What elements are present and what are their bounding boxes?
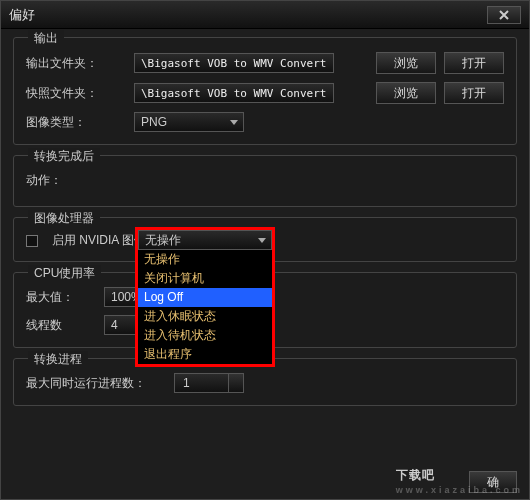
snapshot-open-button[interactable]: 打开 xyxy=(444,82,504,104)
action-option-exit[interactable]: 退出程序 xyxy=(138,345,272,364)
image-type-select[interactable]: PNG xyxy=(134,112,244,132)
close-button[interactable] xyxy=(487,6,521,24)
group-title-progress: 转换进程 xyxy=(28,351,88,368)
group-output: 输出 输出文件夹： 浏览 打开 快照文件夹： 浏览 打开 图像类型： PNG xyxy=(13,37,517,145)
group-title-after-convert: 转换完成后 xyxy=(28,148,100,165)
group-after-convert: 转换完成后 动作： xyxy=(13,155,517,207)
group-title-output: 输出 xyxy=(28,30,64,47)
output-open-button[interactable]: 打开 xyxy=(444,52,504,74)
group-title-cpu: CPU使用率 xyxy=(28,265,101,282)
action-options-list: 无操作 关闭计算机 Log Off 进入休眠状态 进入待机状态 退出程序 xyxy=(138,250,272,364)
action-label: 动作： xyxy=(26,172,126,189)
action-option-logoff[interactable]: Log Off xyxy=(138,288,272,307)
action-select-head[interactable]: 无操作 xyxy=(138,230,272,250)
action-option-hibernate[interactable]: 进入休眠状态 xyxy=(138,307,272,326)
max-concurrent-spinner[interactable]: 1 xyxy=(174,373,244,393)
chevron-up-icon xyxy=(233,377,239,381)
window-title: 偏好 xyxy=(9,6,487,24)
footer: 确 xyxy=(469,471,517,493)
snapshot-folder-input[interactable] xyxy=(134,83,334,103)
cpu-threads-label: 线程数 xyxy=(26,317,96,334)
snapshot-browse-button[interactable]: 浏览 xyxy=(376,82,436,104)
snapshot-folder-label: 快照文件夹： xyxy=(26,85,126,102)
max-concurrent-label: 最大同时运行进程数： xyxy=(26,375,166,392)
enable-nvidia-checkbox[interactable] xyxy=(26,235,38,247)
preferences-window: 偏好 输出 输出文件夹： 浏览 打开 快照文件夹： 浏览 打开 xyxy=(0,0,530,500)
window-body: 输出 输出文件夹： 浏览 打开 快照文件夹： 浏览 打开 图像类型： PNG xyxy=(1,29,529,499)
action-select-open[interactable]: 无操作 无操作 关闭计算机 Log Off 进入休眠状态 进入待机状态 退出程序 xyxy=(135,227,275,367)
chevron-down-icon xyxy=(233,385,239,389)
group-title-gpu: 图像处理器 xyxy=(28,210,100,227)
enable-nvidia-label: 启用 NVIDIA 图像 xyxy=(52,232,146,249)
output-browse-button[interactable]: 浏览 xyxy=(376,52,436,74)
titlebar: 偏好 xyxy=(1,1,529,29)
action-option-standby[interactable]: 进入待机状态 xyxy=(138,326,272,345)
output-folder-input[interactable] xyxy=(134,53,334,73)
ok-button[interactable]: 确 xyxy=(469,471,517,493)
action-option-noop[interactable]: 无操作 xyxy=(138,250,272,269)
output-folder-label: 输出文件夹： xyxy=(26,55,126,72)
image-type-label: 图像类型： xyxy=(26,114,126,131)
close-icon xyxy=(498,9,510,21)
action-option-shutdown[interactable]: 关闭计算机 xyxy=(138,269,272,288)
cpu-max-label: 最大值： xyxy=(26,289,96,306)
